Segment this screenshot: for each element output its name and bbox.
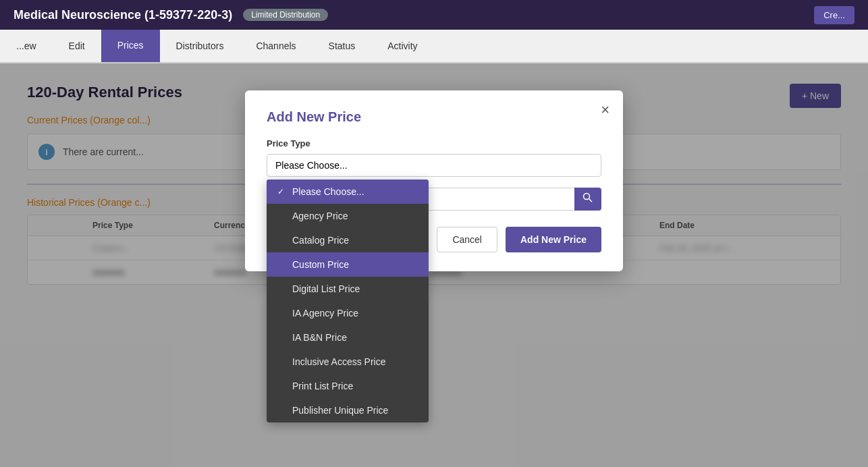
price-type-select-wrapper: ✓ Please Choose... Agency Price Catalog … bbox=[267, 154, 601, 177]
currency-search-button[interactable] bbox=[574, 188, 601, 211]
tab-status[interactable]: Status bbox=[313, 30, 372, 62]
tab-channels[interactable]: Channels bbox=[240, 30, 312, 62]
header: Medical Neuroscience (1-59377-220-3) Lim… bbox=[0, 0, 868, 30]
dropdown-item-ia-bn-price[interactable]: IA B&N Price bbox=[267, 325, 429, 350]
tab-prices[interactable]: Prices bbox=[101, 30, 160, 62]
header-title: Medical Neuroscience (1-59377-220-3) bbox=[13, 8, 232, 22]
dropdown-item-inclusive-access-price[interactable]: Inclusive Access Price bbox=[267, 350, 429, 374]
dropdown-item-catalog-price[interactable]: Catalog Price bbox=[267, 228, 429, 252]
main-content: 120-Day Rental Prices Current Prices (Or… bbox=[0, 63, 868, 467]
svg-point-0 bbox=[584, 194, 590, 200]
dropdown-item-ia-agency-price[interactable]: IA Agency Price bbox=[267, 301, 429, 325]
dropdown-item-agency-price[interactable]: Agency Price bbox=[267, 204, 429, 228]
dropdown-item-publisher-unique-price[interactable]: Publisher Unique Price bbox=[267, 398, 429, 422]
tab-edit[interactable]: Edit bbox=[53, 30, 101, 62]
tab-review[interactable]: ...ew bbox=[0, 30, 53, 62]
modal-close-button[interactable]: × bbox=[601, 101, 609, 119]
price-type-label: Price Type bbox=[267, 138, 601, 148]
dropdown-item-custom-price[interactable]: Custom Price bbox=[267, 252, 429, 277]
create-button[interactable]: Cre... bbox=[814, 6, 855, 24]
add-new-price-button[interactable]: Add New Price bbox=[506, 227, 601, 252]
checkmark-icon: ✓ bbox=[277, 187, 287, 196]
modal-overlay: Add New Price × Price Type ✓ Please Choo… bbox=[0, 63, 868, 467]
tab-distributors[interactable]: Distributors bbox=[160, 30, 240, 62]
dropdown-item-print-list-price[interactable]: Print List Price bbox=[267, 374, 429, 398]
modal-add-price: Add New Price × Price Type ✓ Please Choo… bbox=[245, 90, 623, 271]
nav-tabs: ...ew Edit Prices Distributors Channels … bbox=[0, 30, 868, 63]
dropdown-item-digital-list-price[interactable]: Digital List Price bbox=[267, 277, 429, 301]
modal-title: Add New Price bbox=[267, 109, 601, 125]
tab-activity[interactable]: Activity bbox=[371, 30, 433, 62]
price-type-input[interactable] bbox=[267, 154, 601, 177]
distribution-badge: Limited Distribution bbox=[243, 9, 328, 21]
price-type-dropdown[interactable]: ✓ Please Choose... Agency Price Catalog … bbox=[267, 180, 429, 422]
svg-line-1 bbox=[589, 199, 593, 202]
cancel-button[interactable]: Cancel bbox=[437, 227, 497, 252]
dropdown-item-please-choose[interactable]: ✓ Please Choose... bbox=[267, 180, 429, 204]
